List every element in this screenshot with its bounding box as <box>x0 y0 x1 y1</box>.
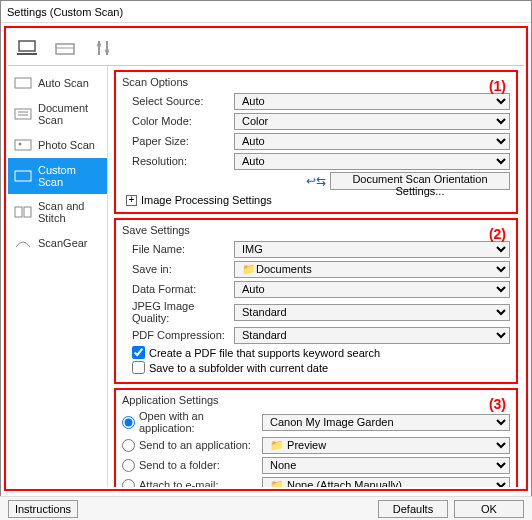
color-mode-dropdown[interactable]: Color <box>234 113 510 130</box>
scangear-icon <box>14 236 32 250</box>
save-settings-legend: Save Settings <box>122 224 510 236</box>
svg-rect-1 <box>17 53 37 55</box>
ok-button[interactable]: OK <box>454 500 524 518</box>
sidebar-item-custom-scan[interactable]: Custom Scan <box>8 158 107 194</box>
data-format-label: Data Format: <box>122 283 234 295</box>
scan-from-computer-icon[interactable] <box>16 37 38 59</box>
save-in-label: Save in: <box>122 263 234 275</box>
sidebar-item-auto-scan[interactable]: Auto Scan <box>8 70 107 96</box>
toolbar <box>8 30 524 66</box>
document-scan-icon <box>14 107 32 121</box>
sidebar-item-label: Custom Scan <box>38 164 101 188</box>
application-settings-panel: (3) Application Settings Open with an ap… <box>114 388 518 487</box>
panel-number: (3) <box>489 396 506 412</box>
open-with-radio[interactable] <box>122 416 135 429</box>
orientation-refresh-icon[interactable]: ↩⇆ <box>306 174 326 188</box>
sidebar-item-label: ScanGear <box>38 237 88 249</box>
jpeg-quality-label: JPEG Image Quality: <box>122 300 234 324</box>
svg-rect-12 <box>15 140 31 150</box>
image-processing-expander[interactable]: +Image Processing Settings <box>122 194 510 206</box>
general-settings-icon[interactable] <box>92 37 114 59</box>
svg-rect-14 <box>15 171 31 181</box>
open-with-dropdown[interactable]: Canon My Image Garden <box>262 414 510 431</box>
send-app-radio[interactable] <box>122 439 135 452</box>
sidebar-item-label: Document Scan <box>38 102 101 126</box>
paper-size-dropdown[interactable]: Auto <box>234 133 510 150</box>
color-mode-label: Color Mode: <box>122 115 234 127</box>
svg-rect-0 <box>19 41 35 51</box>
data-format-dropdown[interactable]: Auto <box>234 281 510 298</box>
sidebar-item-scangear[interactable]: ScanGear <box>8 230 107 256</box>
svg-rect-9 <box>15 109 31 119</box>
sidebar-item-document-scan[interactable]: Document Scan <box>8 96 107 132</box>
send-app-dropdown[interactable]: 📁 Preview <box>262 437 510 454</box>
select-source-label: Select Source: <box>122 95 234 107</box>
pdf-keyword-label: Create a PDF file that supports keyword … <box>149 347 380 359</box>
custom-scan-icon <box>14 169 32 183</box>
expander-label: Image Processing Settings <box>141 194 272 206</box>
send-folder-label: Send to a folder: <box>139 459 220 471</box>
svg-point-6 <box>97 43 101 47</box>
plus-icon: + <box>126 195 137 206</box>
svg-rect-2 <box>56 44 74 54</box>
resolution-dropdown[interactable]: Auto <box>234 153 510 170</box>
photo-scan-icon <box>14 138 32 152</box>
send-folder-radio[interactable] <box>122 459 135 472</box>
save-in-dropdown[interactable]: 📁Documents <box>234 261 510 278</box>
save-settings-panel: (2) Save Settings File Name:IMG Save in:… <box>114 218 518 384</box>
attach-email-dropdown[interactable]: 📁 None (Attach Manually) <box>262 477 510 488</box>
main-panel: (1) Scan Options Select Source:Auto Colo… <box>108 66 524 487</box>
select-source-dropdown[interactable]: Auto <box>234 93 510 110</box>
svg-rect-8 <box>15 78 31 88</box>
doc-orientation-button[interactable]: Document Scan Orientation Settings... <box>330 172 510 190</box>
application-settings-legend: Application Settings <box>122 394 510 406</box>
defaults-button[interactable]: Defaults <box>378 500 448 518</box>
svg-point-13 <box>19 143 22 146</box>
send-folder-dropdown[interactable]: None <box>262 457 510 474</box>
bottom-bar: Instructions Defaults OK <box>0 496 532 520</box>
file-name-field[interactable]: IMG <box>234 241 510 258</box>
svg-rect-16 <box>24 207 31 217</box>
instructions-button[interactable]: Instructions <box>8 500 78 518</box>
pdf-compression-label: PDF Compression: <box>122 329 234 341</box>
svg-point-7 <box>105 49 109 53</box>
sidebar-item-scan-stitch[interactable]: Scan and Stitch <box>8 194 107 230</box>
pdf-compression-dropdown[interactable]: Standard <box>234 327 510 344</box>
sidebar-item-label: Scan and Stitch <box>38 200 101 224</box>
stitch-icon <box>14 205 32 219</box>
sidebar-item-photo-scan[interactable]: Photo Scan <box>8 132 107 158</box>
panel-number: (1) <box>489 78 506 94</box>
auto-scan-icon <box>14 76 32 90</box>
scan-from-panel-icon[interactable] <box>54 37 76 59</box>
subfolder-checkbox[interactable] <box>132 361 145 374</box>
send-app-label: Send to an application: <box>139 439 251 451</box>
scan-options-panel: (1) Scan Options Select Source:Auto Colo… <box>114 70 518 214</box>
svg-rect-15 <box>15 207 22 217</box>
pdf-keyword-checkbox[interactable] <box>132 346 145 359</box>
paper-size-label: Paper Size: <box>122 135 234 147</box>
jpeg-quality-dropdown[interactable]: Standard <box>234 304 510 321</box>
window-title: Settings (Custom Scan) <box>1 1 531 23</box>
sidebar: Auto Scan Document Scan Photo Scan Custo… <box>8 66 108 487</box>
sidebar-item-label: Photo Scan <box>38 139 95 151</box>
attach-email-label: Attach to e-mail: <box>139 479 218 487</box>
scan-options-legend: Scan Options <box>122 76 510 88</box>
file-name-label: File Name: <box>122 243 234 255</box>
panel-number: (2) <box>489 226 506 242</box>
open-with-label: Open with an application: <box>139 410 262 434</box>
resolution-label: Resolution: <box>122 155 234 167</box>
sidebar-item-label: Auto Scan <box>38 77 89 89</box>
subfolder-label: Save to a subfolder with current date <box>149 362 328 374</box>
attach-email-radio[interactable] <box>122 479 135 488</box>
